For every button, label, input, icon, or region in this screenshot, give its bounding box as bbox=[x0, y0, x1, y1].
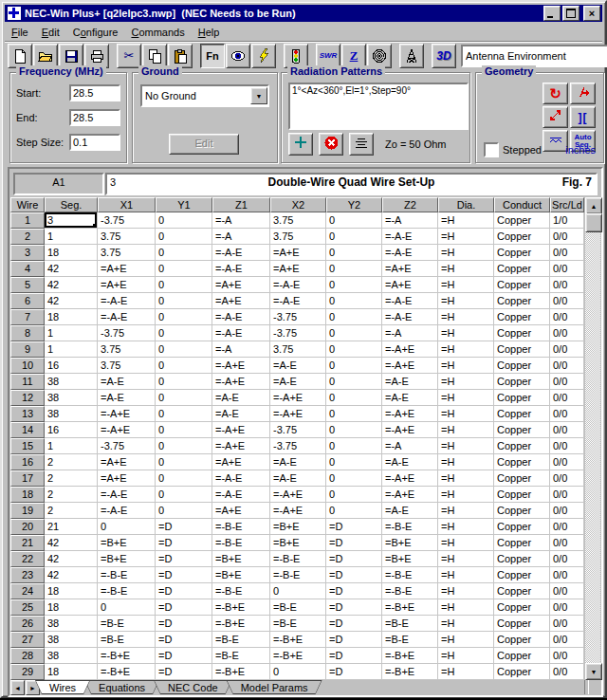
grid-cell[interactable]: =A-E bbox=[270, 454, 326, 470]
grid-cell[interactable]: =H bbox=[438, 293, 494, 309]
grid-cell[interactable]: =H bbox=[438, 470, 494, 487]
grid-cell[interactable]: 42 bbox=[45, 277, 98, 293]
grid-cell[interactable]: 3.75 bbox=[98, 358, 156, 374]
grid-cell[interactable]: =A+E bbox=[382, 277, 438, 293]
grid-cell[interactable]: =-B-E bbox=[270, 551, 326, 567]
grid-cell[interactable]: 0 bbox=[156, 390, 212, 406]
grid-cell[interactable]: =-A bbox=[212, 212, 270, 229]
grid-cell[interactable]: =B-E bbox=[270, 616, 326, 632]
grid-cell[interactable]: =H bbox=[438, 374, 494, 390]
scale-button[interactable] bbox=[543, 106, 568, 128]
grid-cell[interactable]: 0/0 bbox=[550, 358, 584, 374]
step-size-input[interactable] bbox=[69, 134, 120, 151]
stepped-checkbox[interactable] bbox=[484, 142, 499, 157]
pattern-entry[interactable]: 1°<Az<360°,El=1°,Step=90° bbox=[292, 85, 411, 96]
row-header[interactable]: 11 bbox=[10, 374, 45, 390]
grid-cell[interactable]: =-A+E bbox=[382, 358, 438, 374]
grid-cell[interactable]: Copper bbox=[494, 325, 550, 341]
grid-cell[interactable]: 0/0 bbox=[550, 664, 584, 680]
grid-cell[interactable]: =B-E bbox=[270, 599, 326, 616]
grid-cell[interactable]: -3.75 bbox=[98, 212, 156, 229]
grid-cell[interactable]: =-A+E bbox=[212, 422, 270, 438]
grid-cell[interactable]: =H bbox=[438, 358, 494, 374]
view-3d-button[interactable]: 3D bbox=[432, 44, 456, 68]
grid-cell[interactable]: 21 bbox=[45, 519, 98, 535]
grid-cell[interactable]: 0 bbox=[326, 309, 382, 325]
environment-combobox[interactable]: Antenna Environment ▼ bbox=[461, 45, 607, 67]
formula-bar[interactable]: 3 Double-Wire Quad Wire Set-Up Fig. 7 bbox=[105, 173, 598, 195]
grid-cell[interactable]: 0/0 bbox=[550, 616, 584, 632]
grid-cell[interactable]: 0/0 bbox=[550, 438, 584, 454]
grid-cell[interactable]: -3.75 bbox=[270, 438, 326, 454]
grid-cell[interactable]: =H bbox=[438, 229, 494, 245]
grid-cell[interactable]: =-B-E bbox=[270, 567, 326, 583]
grid-cell[interactable]: =D bbox=[156, 632, 212, 648]
grid-cell[interactable]: =D bbox=[326, 616, 382, 632]
grid-cell[interactable]: =A+E bbox=[212, 503, 270, 519]
grid-cell[interactable]: 0 bbox=[326, 438, 382, 454]
grid-cell[interactable]: 0/0 bbox=[550, 341, 584, 358]
row-header[interactable]: 14 bbox=[10, 422, 45, 438]
grid-cell[interactable]: =-A-E bbox=[212, 261, 270, 277]
row-header[interactable]: 12 bbox=[10, 390, 45, 406]
grid-cell[interactable]: =-B+E bbox=[270, 648, 326, 664]
grid-cell[interactable]: =-B-E bbox=[382, 583, 438, 599]
grid-cell[interactable]: 0 bbox=[156, 293, 212, 309]
column-header[interactable]: Seg. bbox=[45, 197, 98, 212]
grid-cell[interactable]: 0 bbox=[326, 277, 382, 293]
grid-cell[interactable]: Copper bbox=[494, 599, 550, 616]
grid-cell[interactable]: 42 bbox=[45, 261, 98, 277]
grid-cell[interactable]: 0 bbox=[156, 341, 212, 358]
units-label[interactable]: inches bbox=[565, 144, 596, 156]
grid-cell[interactable]: 0/0 bbox=[550, 374, 584, 390]
grid-cell[interactable]: 0/0 bbox=[550, 648, 584, 664]
tab-scroll-left-button[interactable]: ◄ bbox=[10, 680, 25, 695]
new-file-button[interactable] bbox=[8, 44, 32, 68]
grid-cell[interactable]: =-A+E bbox=[270, 406, 326, 422]
grid-cell[interactable]: =-B-E bbox=[212, 583, 270, 599]
grid-cell[interactable]: =D bbox=[156, 664, 212, 680]
grid-cell[interactable]: 42 bbox=[45, 293, 98, 309]
grid-cell[interactable]: 2 bbox=[45, 503, 98, 519]
grid-cell[interactable]: =-B-E bbox=[382, 519, 438, 535]
row-header[interactable]: 1 bbox=[10, 212, 45, 229]
grid-cell[interactable]: =-A-E bbox=[212, 325, 270, 341]
grid-cell[interactable]: =-B+E bbox=[382, 648, 438, 664]
grid-cell[interactable]: =A+E bbox=[212, 293, 270, 309]
vertical-scrollbar[interactable]: ▲ ▼ bbox=[585, 197, 600, 680]
grid-cell[interactable]: =-A-E bbox=[382, 293, 438, 309]
grid-cell[interactable]: Copper bbox=[494, 519, 550, 535]
grid-cell[interactable]: 0/0 bbox=[550, 309, 584, 325]
grid-cell[interactable]: Copper bbox=[494, 503, 550, 519]
grid-cell[interactable]: 42 bbox=[45, 535, 98, 551]
grid-cell[interactable]: 0 bbox=[98, 599, 156, 616]
grid-cell[interactable]: =-A+E bbox=[98, 406, 156, 422]
grid-cell[interactable]: =-A-E bbox=[98, 293, 156, 309]
grid-cell[interactable]: =H bbox=[438, 567, 494, 583]
grid-cell[interactable]: =-B+E bbox=[270, 632, 326, 648]
grid-cell[interactable]: Copper bbox=[494, 212, 550, 229]
grid-cell[interactable]: =-A+E bbox=[270, 390, 326, 406]
grid-cell[interactable]: =-A+E bbox=[98, 422, 156, 438]
grid-cell[interactable]: -3.75 bbox=[98, 438, 156, 454]
grid-cell[interactable]: 0/0 bbox=[550, 390, 584, 406]
grid-cell[interactable]: 0 bbox=[156, 229, 212, 245]
grid-cell[interactable]: Copper bbox=[494, 632, 550, 648]
grid-cell[interactable]: 2 bbox=[45, 454, 98, 470]
grid-cell[interactable]: =D bbox=[326, 567, 382, 583]
grid-cell[interactable]: 0/0 bbox=[550, 261, 584, 277]
grid-cell[interactable]: =A+E bbox=[212, 277, 270, 293]
row-header[interactable]: 17 bbox=[10, 470, 45, 487]
title-bar[interactable]: NEC-Win Plus+ [q2lelpc3.nwp] (NEC Needs … bbox=[5, 5, 602, 22]
grid-cell[interactable]: 0 bbox=[270, 664, 326, 680]
grid-cell[interactable]: 0 bbox=[98, 519, 156, 535]
scrollbar-thumb[interactable] bbox=[585, 213, 602, 232]
grid-cell[interactable]: =B+E bbox=[270, 535, 326, 551]
grid-cell[interactable]: =A+E bbox=[270, 261, 326, 277]
grid-cell[interactable]: 0/0 bbox=[550, 583, 584, 599]
grid-cell[interactable]: =D bbox=[156, 583, 212, 599]
tab-wires[interactable]: Wires bbox=[35, 680, 90, 694]
grid-cell[interactable]: =D bbox=[326, 648, 382, 664]
grid-cell[interactable]: =D bbox=[156, 599, 212, 616]
grid-cell[interactable]: =H bbox=[438, 664, 494, 680]
